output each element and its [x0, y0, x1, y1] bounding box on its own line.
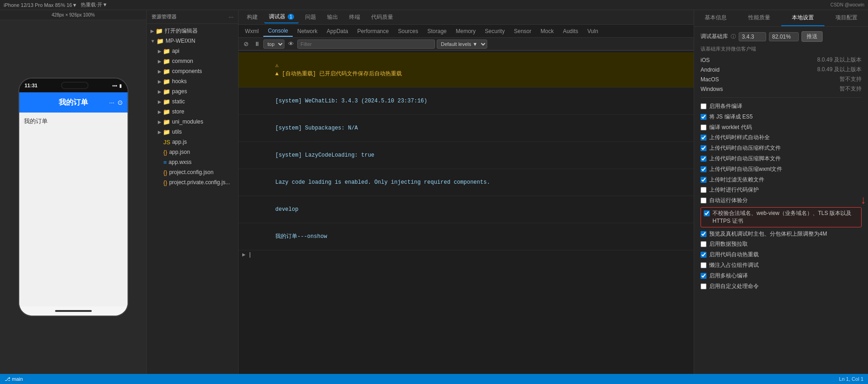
tree-arrow: ▶	[158, 109, 161, 114]
checkbox-label: 启用自定义处理命令	[709, 282, 759, 290]
checkbox-input[interactable]	[701, 114, 707, 120]
subtab-performance[interactable]: Performance	[353, 26, 394, 36]
subtab-appdata[interactable]: AppData	[322, 26, 353, 36]
tree-item-store[interactable]: ▶ 📁 store	[147, 107, 238, 117]
tree-item-utils[interactable]: ▶ 📁 utils	[147, 127, 238, 137]
platform-row-macos: MacOS 暂不支持	[701, 75, 862, 83]
tree-item-static[interactable]: ▶ 📁 static	[147, 96, 238, 107]
tab-output[interactable]: 输出	[323, 11, 343, 23]
checkbox-input[interactable]	[701, 177, 707, 183]
tree-item-common[interactable]: ▶ 📁 common	[147, 56, 238, 66]
tree-item-hooks[interactable]: ▶ 📁 hooks	[147, 76, 238, 86]
checkbox-input[interactable]	[701, 241, 707, 247]
checkbox-custom-cmd: 启用自定义处理命令	[701, 282, 862, 290]
pause-button[interactable]: ⏸	[252, 40, 262, 49]
checkbox-hot-reload: 启用代码自动热重载	[701, 251, 862, 259]
clear-console-button[interactable]: ⊘	[241, 40, 250, 49]
user-icon[interactable]: ⊙	[117, 99, 123, 106]
checkbox-input[interactable]	[701, 262, 707, 268]
subtab-storage[interactable]: Storage	[423, 26, 451, 36]
tree-arrow: ▶	[158, 99, 161, 104]
settings-tab-local[interactable]: 本地设置	[781, 10, 825, 26]
checkbox-input[interactable]	[704, 210, 710, 216]
tree-item-components[interactable]: ▶ 📁 components	[147, 66, 238, 76]
checkbox-input[interactable]	[701, 231, 707, 237]
platform-android-label: Android	[701, 67, 719, 73]
debug-lib-percent-input[interactable]	[769, 32, 799, 41]
tree-item-app-json[interactable]: {} app.json	[147, 147, 238, 157]
checkbox-input[interactable]	[701, 124, 707, 130]
subtab-network[interactable]: Network	[293, 26, 322, 36]
checkbox-label: 自动运行体验分	[709, 197, 748, 204]
dots-icon[interactable]: ···	[109, 99, 115, 106]
subtab-audits[interactable]: Audits	[558, 26, 583, 36]
push-button[interactable]: 推送	[801, 31, 823, 42]
more-options-icon[interactable]: ···	[228, 13, 234, 20]
log-level-selector[interactable]: Default levels ▼	[437, 40, 487, 49]
subtab-security[interactable]: Security	[480, 26, 509, 36]
tab-issues[interactable]: 问题	[300, 11, 321, 23]
subtab-mock[interactable]: Mock	[536, 26, 558, 36]
tree-item-app-js[interactable]: JS app.js	[147, 137, 238, 147]
json-icon: {}	[163, 179, 167, 186]
eye-icon[interactable]: 👁	[286, 40, 295, 49]
checkbox-input[interactable]	[701, 273, 707, 279]
tab-terminal[interactable]: 终端	[345, 11, 365, 23]
tree-label: project.private.config.js...	[169, 179, 230, 186]
debug-lib-row: 调试基础库 ⓘ 推送	[701, 31, 862, 42]
context-selector[interactable]: top	[263, 40, 284, 49]
settings-tab-performance[interactable]: 性能质量	[738, 10, 781, 26]
checkbox-input[interactable]	[701, 103, 707, 109]
checkbox-input[interactable]	[701, 198, 707, 203]
checkbox-input[interactable]	[701, 187, 707, 193]
platform-windows-label: Windows	[701, 86, 723, 92]
phone-wrapper: 11:31 ▪▪▪ ▮ 我的订单 ··· ⊙	[14, 20, 133, 374]
file-panel: 资源管理器 ··· ▶ 📁 打开的编辑器 ▼ 📁 MP-WEIXIN ▶ 📁 a…	[147, 10, 239, 374]
checkbox-label: 上传代码时样式自动补全	[709, 134, 770, 141]
checkbox-label: 启用条件编译	[709, 102, 742, 110]
tab-debugger[interactable]: 调试器 1	[264, 11, 299, 23]
console-text: develop	[275, 206, 298, 213]
checkbox-input[interactable]	[701, 283, 707, 289]
tree-item-open-editors[interactable]: ▶ 📁 打开的编辑器	[147, 26, 238, 36]
tab-code-quality[interactable]: 代码质量	[367, 11, 398, 23]
tree-label: common	[172, 58, 193, 64]
subtab-memory[interactable]: Memory	[451, 26, 480, 36]
checkbox-label: 上传时进行代码保护	[709, 186, 759, 194]
tree-item-mp-weixin[interactable]: ▼ 📁 MP-WEIXIN	[147, 36, 238, 46]
settings-tab-basic[interactable]: 基本信息	[694, 10, 738, 26]
checkbox-input[interactable]	[701, 135, 707, 141]
checkbox-input[interactable]	[701, 252, 707, 258]
tree-label: MP-WEIXIN	[166, 38, 195, 44]
settings-tab-project[interactable]: 项目配置	[824, 10, 868, 26]
device-info[interactable]: iPhone 12/13 Pro Max 85% 16▼	[4, 2, 77, 8]
checkbox-label: 不校验合法域名、web-view（业务域名）、TLS 版本以及 HTTPS 证书	[712, 209, 858, 225]
help-icon[interactable]: ⓘ	[731, 33, 736, 40]
platform-macos-value: 暂不支持	[840, 75, 862, 83]
console-line-warn: ⚠ ▲ [自动热重载] 已开启代码文件保存后自动热重载	[239, 52, 694, 88]
phone-status-icons: ▪▪▪ ▮	[112, 83, 122, 88]
hot-reload-toggle[interactable]: 热重载·开▼	[81, 1, 107, 8]
tree-item-pages[interactable]: ▶ 📁 pages	[147, 86, 238, 96]
subtab-console[interactable]: Console	[263, 26, 293, 37]
tab-build[interactable]: 构建	[242, 11, 262, 23]
author-info: CSDN @wocwin	[830, 2, 864, 7]
folder-icon: 📁	[163, 98, 170, 105]
subtab-wxml[interactable]: Wxml	[240, 26, 263, 36]
subtab-sources[interactable]: Sources	[393, 26, 423, 36]
tree-item-app-wxss[interactable]: ≡ app.wxss	[147, 157, 238, 167]
debug-lib-desc: 该基础库支持微信客户端	[701, 45, 862, 52]
checkbox-input[interactable]	[701, 145, 707, 151]
console-line-1: [system] WeChatLib: 3.4.3 (2024.5.10 23:…	[239, 88, 694, 115]
tree-item-project-private[interactable]: {} project.private.config.js...	[147, 177, 238, 187]
subtab-vuln[interactable]: Vuln	[583, 26, 603, 36]
tree-item-api[interactable]: ▶ 📁 api	[147, 46, 238, 56]
folder-icon: 📁	[163, 48, 170, 55]
tree-item-project-config[interactable]: {} project.config.json	[147, 167, 238, 177]
debug-lib-version-input[interactable]	[739, 32, 766, 41]
checkbox-input[interactable]	[701, 166, 707, 172]
tree-item-uni-modules[interactable]: ▶ 📁 uni_modules	[147, 117, 238, 127]
checkbox-input[interactable]	[701, 156, 707, 162]
subtab-sensor[interactable]: Sensor	[509, 26, 536, 36]
console-filter-input[interactable]	[297, 40, 435, 49]
